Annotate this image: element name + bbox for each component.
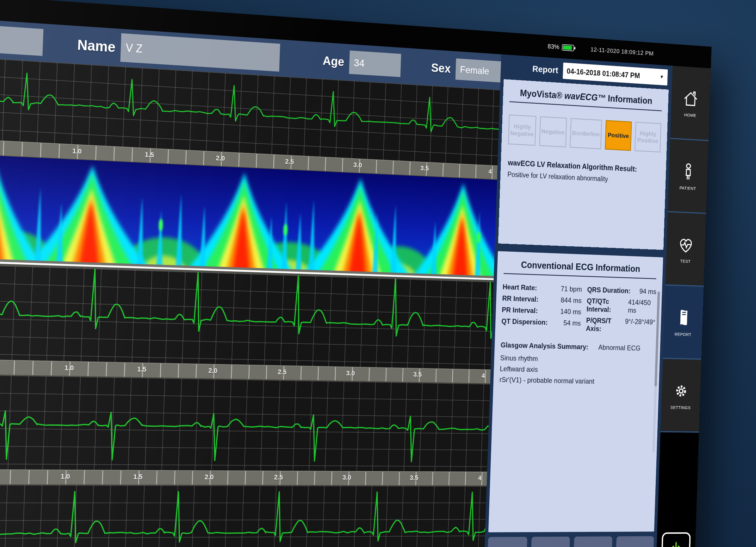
ecg-area: Name V Z Age 34 Sex Female 1.0 1.5 2.0 2… xyxy=(0,20,501,547)
gear-icon xyxy=(672,381,691,401)
export-report-button[interactable]: PDF Export Report xyxy=(573,536,612,547)
measurement-row: QRS Duration:94 ms xyxy=(587,286,656,296)
delete-button[interactable]: Delete xyxy=(615,536,654,547)
glasgow-result: Abnormal ECG xyxy=(598,343,641,352)
glasgow-line: Leftward axis xyxy=(500,365,654,376)
measurement-row: Heart Rate:71 bpm xyxy=(503,283,582,294)
battery-icon xyxy=(562,44,576,52)
wavecg-info-panel: MyoVista®wavECG™Information Highly Negat… xyxy=(498,79,669,250)
power-icon xyxy=(668,540,684,547)
ecg-trace-strip xyxy=(0,485,487,547)
measurement-row: QT/QTc Interval:414/450 ms xyxy=(586,297,656,315)
battery-percent: 83% xyxy=(548,42,560,51)
sex-label: Sex xyxy=(431,61,451,75)
highly-negative-button[interactable]: Highly Negative xyxy=(508,114,536,146)
sidebar-item-test[interactable]: TEST xyxy=(665,212,706,287)
measurement-row: P/QRS/T Axis:9°/-28°/49° xyxy=(586,316,655,334)
glasgow-summary: Glasgow Analysis Summary: Abnormal ECG S… xyxy=(499,341,655,387)
conventional-ecg-panel: Conventional ECG Information Heart Rate:… xyxy=(488,251,663,532)
sex-field[interactable]: Female xyxy=(455,59,501,83)
sidebar-item-patient[interactable]: PATIENT xyxy=(668,139,709,214)
measurement-row: PR Interval:140 ms xyxy=(502,306,581,316)
measurements: Heart Rate:71 bpm RR Interval:844 ms PR … xyxy=(501,283,656,334)
patient-id-field[interactable] xyxy=(0,25,43,56)
report-panel-column: Report 04-16-2018 01:08:47 PM ▼ MyoVista… xyxy=(483,54,672,547)
age-field[interactable]: 34 xyxy=(349,51,401,77)
sidebar-item-home[interactable]: HOME xyxy=(670,66,711,141)
report-dropdown[interactable]: 04-16-2018 01:08:47 PM ▼ xyxy=(563,63,668,85)
screen-body: Name V Z Age 34 Sex Female 1.0 1.5 2.0 2… xyxy=(0,20,711,547)
classification-buttons: Highly Negative Negative Borderline Posi… xyxy=(508,114,661,152)
measurement-row: RR Interval:844 ms xyxy=(502,294,582,305)
chevron-down-icon: ▼ xyxy=(660,74,664,80)
highly-positive-button[interactable]: Highly Positive xyxy=(635,122,661,152)
name-field[interactable]: V Z xyxy=(121,33,280,71)
datetime: 12-11-2020 18:09:12 PM xyxy=(591,46,654,57)
heart-ecg-icon xyxy=(677,234,695,255)
measurement-row: QT Dispersion:54 ms xyxy=(501,317,581,328)
device-screen: 83% 12-11-2020 18:09:12 PM Name V Z Age … xyxy=(0,0,711,547)
glasgow-line: rSr'(V1) - probable normal variant xyxy=(499,376,654,387)
report-dropdown-value: 04-16-2018 01:08:47 PM xyxy=(567,67,640,80)
info-button[interactable] xyxy=(486,537,527,547)
borderline-button[interactable]: Borderline xyxy=(570,118,602,149)
glasgow-heading: Glasgow Analysis Summary: xyxy=(500,341,588,351)
ecg-trace-strip xyxy=(0,375,490,471)
sidebar-item-report[interactable]: REPORT xyxy=(663,286,704,360)
report-actions: PDF Export Report Delete xyxy=(486,536,654,547)
positive-button[interactable]: Positive xyxy=(605,120,632,151)
standby-button[interactable]: STAND BY xyxy=(661,532,691,547)
report-label: Report xyxy=(532,64,559,75)
glasgow-line: Sinus rhythm xyxy=(500,354,654,365)
conventional-panel-title: Conventional ECG Information xyxy=(497,251,663,275)
age-label: Age xyxy=(323,54,344,69)
ecg-trace-strip xyxy=(0,265,493,370)
sidebar-item-settings[interactable]: SETTINGS xyxy=(660,359,701,433)
name-label: Name xyxy=(77,36,116,56)
battery-status: 83% xyxy=(548,42,576,52)
print-button[interactable] xyxy=(530,537,570,547)
patient-icon xyxy=(679,161,698,182)
home-icon xyxy=(681,88,700,109)
negative-button[interactable]: Negative xyxy=(539,116,567,147)
photo-background: 83% 12-11-2020 18:09:12 PM Name V Z Age … xyxy=(0,0,756,547)
report-icon xyxy=(674,308,693,328)
time-ruler: 1.0 1.5 2.0 2.5 3.0 3.5 4 xyxy=(0,469,487,486)
standby-area: STAND BY xyxy=(655,517,696,547)
